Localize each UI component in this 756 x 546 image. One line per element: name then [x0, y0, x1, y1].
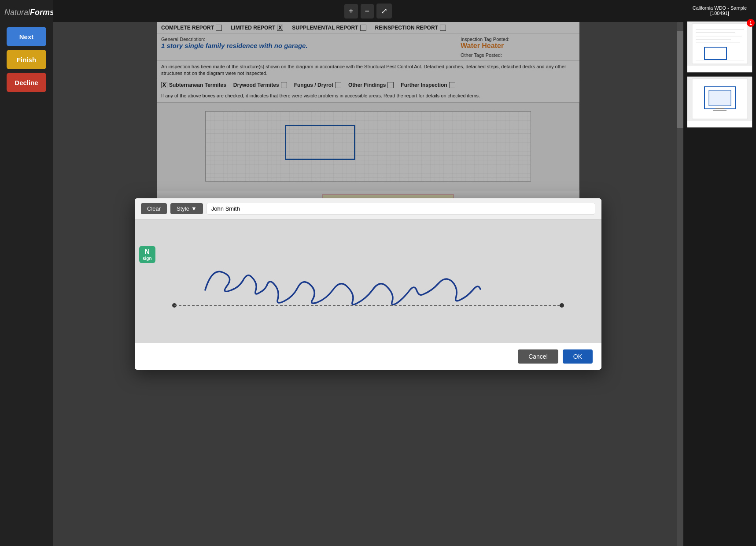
modal-footer: Cancel OK: [135, 343, 601, 370]
sidebar: NaturalForms Next Finish Decline: [0, 0, 53, 546]
main-area: + − ⤢ COMPLETE REPORT LIMITED REPORT X S…: [53, 0, 683, 546]
zoom-in-button[interactable]: +: [344, 4, 358, 19]
finish-button[interactable]: Finish: [7, 50, 46, 69]
style-button[interactable]: Style ▼: [170, 203, 203, 214]
style-button-label: Style: [177, 205, 189, 212]
name-input[interactable]: [207, 203, 595, 215]
logo-forms: Forms: [30, 8, 54, 17]
page-thumb-2[interactable]: Page 2: [687, 76, 752, 128]
modal-toolbar: Clear Style ▼: [135, 198, 601, 219]
svg-rect-15: [709, 90, 731, 106]
toolbar: + − ⤢: [53, 0, 683, 22]
cancel-button[interactable]: Cancel: [518, 349, 558, 364]
modal-overlay: Clear Style ▼ N sign: [53, 22, 683, 546]
page-2-thumbnail: [687, 77, 752, 121]
decline-button[interactable]: Decline: [7, 73, 46, 92]
signature-svg: [170, 233, 566, 330]
ok-button[interactable]: OK: [563, 349, 593, 364]
next-button[interactable]: Next: [7, 27, 46, 46]
signature-modal: Clear Style ▼ N sign: [135, 198, 601, 370]
right-panel: California WDO - Sample [100491] 1 Page …: [683, 0, 756, 546]
zoom-out-button[interactable]: −: [361, 4, 374, 19]
page-2-thumb-svg: [691, 78, 749, 120]
clear-button[interactable]: Clear: [141, 203, 167, 214]
document-area: COMPLETE REPORT LIMITED REPORT X SUPPLEM…: [53, 22, 683, 546]
page-thumb-1[interactable]: 1 Page 1: [687, 21, 752, 73]
right-panel-title: California WDO - Sample [100491]: [687, 4, 752, 18]
page-1-thumbnail: [687, 22, 752, 66]
page-1-label: Page 1: [687, 66, 752, 72]
page-1-badge: 1: [747, 19, 755, 27]
logo-natural: Natural: [4, 8, 30, 17]
signature-display: [135, 219, 601, 343]
style-dropdown-icon: ▼: [191, 205, 197, 212]
page-1-thumb-svg: [691, 23, 749, 65]
fit-page-button[interactable]: ⤢: [376, 4, 392, 19]
page-2-label: Page 2: [687, 121, 752, 127]
logo: NaturalForms: [0, 4, 53, 21]
signature-area[interactable]: N sign: [135, 219, 601, 343]
svg-rect-5: [692, 24, 748, 64]
